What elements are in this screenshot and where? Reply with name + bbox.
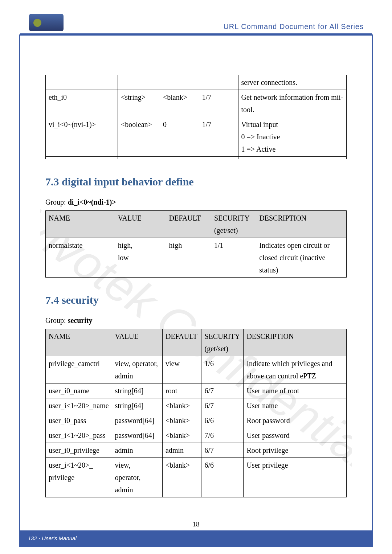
logo <box>29 14 64 31</box>
cell-name: user_i<1~20>_pass <box>46 428 112 443</box>
col-security: SECURITY(get/set) <box>201 329 244 356</box>
cell-desc: User password <box>244 428 347 443</box>
cell-security: 6/7 <box>201 443 244 458</box>
col-security: SECURITY(get/set) <box>211 211 256 238</box>
cell-security <box>199 75 238 90</box>
cell-desc: User privilege <box>244 458 347 497</box>
cell-default: <blank> <box>163 398 201 413</box>
cell-value: <boolean> <box>118 117 160 157</box>
footer-text: 132 - User's Manual <box>28 535 77 541</box>
cell-default: high <box>166 238 211 278</box>
cell-desc: Indicate which privileges and above can … <box>244 356 347 383</box>
cell-security: 6/6 <box>201 413 244 428</box>
cell-default: 0 <box>160 117 199 157</box>
cell-value: high, low <box>115 238 166 278</box>
cell-default: <blank> <box>163 458 201 497</box>
cell-security: 1/7 <box>199 90 238 117</box>
cell-value: admin <box>112 443 162 458</box>
col-value: VALUE <box>112 329 162 356</box>
col-value: VALUE <box>115 211 166 238</box>
cell-default: admin <box>163 443 201 458</box>
col-default: DEFAULT <box>163 329 201 356</box>
cell-value: password[64] <box>112 413 162 428</box>
cell-desc: Indicates open circuit or closed circuit… <box>256 238 347 278</box>
cell-value <box>118 75 160 90</box>
heading-7-3: 7.3 digital input behavior define <box>45 172 347 191</box>
cell-desc: User name <box>244 398 347 413</box>
cell-security: 1/6 <box>201 356 244 383</box>
cell-security: 6/7 <box>201 383 244 398</box>
cell-default <box>160 157 199 159</box>
page-number: 18 <box>20 520 372 528</box>
cell-default: <blank> <box>160 90 199 117</box>
table-7-3: NAME VALUE DEFAULT SECURITY(get/set) DES… <box>45 210 347 278</box>
cell-name: vi_i<0~(nvi-1)> <box>46 117 118 157</box>
cell-name: user_i0_pass <box>46 413 112 428</box>
col-desc: DESCRIPTION <box>244 329 347 356</box>
cell-value <box>118 157 160 159</box>
cell-name: eth_i0 <box>46 90 118 117</box>
cell-value: string[64] <box>112 398 162 413</box>
col-name: NAME <box>46 211 115 238</box>
cell-desc: Root password <box>244 413 347 428</box>
footer-bar: 132 - User's Manual <box>20 530 372 546</box>
cell-security: 6/7 <box>201 398 244 413</box>
cell-desc <box>238 157 346 159</box>
table-7-4: NAME VALUE DEFAULT SECURITY(get/set) DES… <box>45 329 347 497</box>
cell-default <box>160 75 199 90</box>
cell-value: password[64] <box>112 428 162 443</box>
cell-name: user_i0_privilege <box>46 443 112 458</box>
group-di: Group: di_i<0~(ndi-1)> <box>45 196 347 208</box>
cell-security: 1/1 <box>211 238 256 278</box>
cell-security <box>199 157 238 159</box>
cell-value: string[64] <box>112 383 162 398</box>
col-name: NAME <box>46 329 112 356</box>
cell-name: user_i<1~20>_ privilege <box>46 458 112 497</box>
cell-name: privilege_camctrl <box>46 356 112 383</box>
cell-desc: Virtual input 0 => Inactive 1 => Active <box>238 117 346 157</box>
cell-default: view <box>163 356 201 383</box>
table-continuation: server connections.eth_i0<string><blank>… <box>45 75 347 159</box>
cell-desc: server connections. <box>238 75 346 90</box>
heading-7-4: 7.4 security <box>45 291 347 309</box>
cell-value: view, operator, admin <box>112 458 162 497</box>
cell-name: user_i<1~20>_name <box>46 398 112 413</box>
page-frame: Vivotek Confidential server connections.… <box>19 34 373 547</box>
cell-default: <blank> <box>163 413 201 428</box>
group-security: Group: security <box>45 314 347 327</box>
cell-name: user_i0_name <box>46 383 112 398</box>
cell-value: view, operator, admin <box>112 356 162 383</box>
cell-desc: Get network information from mii-tool. <box>238 90 346 117</box>
col-desc: DESCRIPTION <box>256 211 347 238</box>
cell-default: root <box>163 383 201 398</box>
cell-value: <string> <box>118 90 160 117</box>
cell-default: <blank> <box>163 428 201 443</box>
doc-header-title: URL Command Document for All Series <box>223 22 364 31</box>
cell-name <box>46 75 118 90</box>
cell-security: 7/6 <box>201 428 244 443</box>
col-default: DEFAULT <box>166 211 211 238</box>
cell-desc: User name of root <box>244 383 347 398</box>
cell-name <box>46 157 118 159</box>
cell-desc: Root privilege <box>244 443 347 458</box>
cell-security: 6/6 <box>201 458 244 497</box>
cell-name: normalstate <box>46 238 115 278</box>
cell-security: 1/7 <box>199 117 238 157</box>
